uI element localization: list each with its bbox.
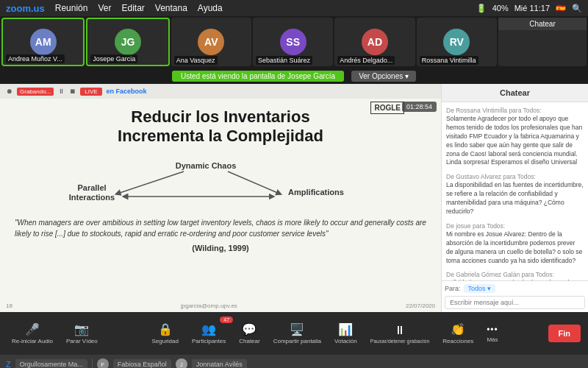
menu-ayuda[interactable]: Ayuda: [198, 3, 223, 13]
chat-button[interactable]: 💬 Chatear: [234, 319, 264, 347]
chat-panel: Chatear De Rossana Vintimilla para Todos…: [441, 84, 588, 312]
chat-input[interactable]: [445, 296, 585, 309]
menu-ver[interactable]: Ver: [98, 3, 111, 13]
menu-ventana[interactable]: Ventana: [155, 3, 187, 13]
slide-title-line1: Reducir los Inventarios: [131, 107, 309, 126]
diagram-svg: Dynamic Chaos Parallel Interactions Ampl…: [15, 158, 426, 210]
participants-icon: 👥: [201, 322, 216, 336]
chat-panel-header: Chatear: [442, 84, 588, 102]
avatar: AV: [198, 29, 224, 55]
stop-video-label: Parar Vídeo: [66, 338, 98, 344]
flag-icon: 🇪🇸: [556, 4, 566, 13]
search-icon: 🔍: [572, 4, 582, 13]
chat-label: Chatear: [239, 338, 259, 344]
ver-opciones-button[interactable]: Ver Opciones ▾: [351, 71, 416, 82]
presentation-area: ⏺ Grabando... ⏸ ⏹ LIVE en Facebook 01:28…: [0, 84, 441, 312]
menu-editar[interactable]: Editar: [121, 3, 144, 13]
chat-sender-4: De Gabriela Gómez Galán para Todos:: [446, 271, 584, 278]
bottom-toolbar: 🎤 Re-iniciar Audio 📷 Parar Vídeo 🔒 Segur…: [0, 312, 588, 355]
presentation-header: ⏺ Grabando... ⏸ ⏹ LIVE en Facebook: [0, 84, 441, 99]
slide-date: 22/07/2020: [406, 302, 435, 309]
taskbar-zoom-icon: Z: [6, 360, 11, 368]
security-icon: 🔒: [158, 322, 173, 336]
share-screen-button[interactable]: 🖥️ Compartir pantalla: [269, 319, 326, 347]
chat-thumb-header: Chatear: [498, 18, 587, 30]
slide-quote: "When managers are over ambitious in set…: [15, 217, 426, 239]
participant-thumb-1[interactable]: AM Andrea Muñoz V...: [1, 18, 85, 66]
slide-email: jpgarcia@omp.upv.es: [181, 302, 237, 309]
avatar: SS: [280, 29, 306, 55]
security-button[interactable]: 🔒 Seguridad: [147, 319, 182, 347]
rogle-logo: ROGLE: [370, 102, 404, 114]
participant-thumb-6[interactable]: RV Rossana Vintimilla: [417, 18, 497, 66]
restart-audio-label: Re-iniciar Audio: [12, 338, 53, 344]
video-icon: 📷: [74, 322, 89, 336]
participants-label: Participantes: [192, 338, 226, 344]
participant-thumb-3[interactable]: AV Ana Vasquez: [171, 18, 251, 66]
svg-text:Parallel: Parallel: [77, 183, 106, 192]
screen-share-notification: Usted está viendo la pantalla de Josepe …: [172, 71, 344, 82]
security-label: Seguridad: [151, 338, 178, 344]
participants-button[interactable]: 👥 Participantes: [187, 319, 230, 347]
taskbar-item-3[interactable]: Jonnatan Avilés: [192, 359, 247, 368]
pause-record-button[interactable]: ⏸ Pausar/detener grabación: [366, 321, 434, 347]
participant-thumb-5[interactable]: AD Andrés Delgado...: [334, 18, 415, 66]
avatar: AM: [30, 29, 57, 55]
toolbar-center: 🔒 Seguridad 👥 Participantes 💬 Chatear 🖥️…: [147, 319, 502, 347]
chat-preview: Chatear: [498, 18, 587, 66]
svg-text:Dynamic Chaos: Dynamic Chaos: [176, 161, 237, 170]
chat-to-selector[interactable]: Todos ▾: [464, 284, 496, 293]
taskbar-item-1[interactable]: Orgullosamente Ma...: [15, 359, 87, 368]
notification-bar: Usted está viendo la pantalla de Josepe …: [0, 68, 588, 84]
audio-icon: 🎤: [25, 322, 40, 336]
avatar: JG: [115, 29, 141, 55]
stop-video-button[interactable]: 📷 Parar Vídeo: [62, 319, 102, 347]
pause-record-icon: ⏸: [394, 324, 406, 337]
taskbar: Z Orgullosamente Ma... F Fabiosa Español…: [0, 355, 588, 368]
chat-sender-3: De josue para Todos:: [446, 222, 584, 230]
reactions-label: Reacciones: [442, 338, 473, 344]
participant-name-1: Andrea Muñoz V...: [6, 54, 65, 63]
end-call-button[interactable]: Fin: [548, 325, 581, 342]
diagram: Dynamic Chaos Parallel Interactions Ampl…: [15, 158, 426, 210]
chat-text-1: Solamente Agradecer por todo el apoyo qu…: [446, 115, 584, 167]
participant-thumb-2[interactable]: JG Josepe Garcia: [86, 18, 169, 66]
more-icon: •••: [487, 325, 498, 335]
participant-thumb-4[interactable]: SS Sebastián Suárez: [253, 18, 333, 66]
voting-label: Votación: [334, 338, 357, 344]
taskbar-item-2[interactable]: Fabiosa Español: [113, 359, 171, 368]
timer-display: 01:28:54: [402, 102, 437, 112]
more-label: Más: [487, 336, 498, 343]
record-icon: ⏺: [6, 88, 12, 95]
restart-audio-button[interactable]: 🎤 Re-iniciar Audio: [7, 319, 57, 347]
pause-record-label: Pausar/detener grabación: [370, 339, 430, 344]
slide-footer: 18 jpgarcia@omp.upv.es 22/07/2020: [0, 302, 441, 309]
toolbar-left: 🎤 Re-iniciar Audio 📷 Parar Vídeo: [7, 319, 102, 347]
participant-name-5: Andrés Delgado...: [337, 56, 395, 65]
chat-text-2: La disponibilidad en las fuentes de ince…: [446, 181, 584, 216]
battery-level: 40%: [492, 4, 509, 13]
chat-message-2: De Gustavo Alvarez para Todos: La dispon…: [446, 173, 584, 216]
more-button[interactable]: ••• Más: [482, 322, 503, 346]
live-badge: LIVE: [80, 88, 101, 96]
taskbar-avatar-1: F: [97, 358, 109, 368]
avatar: AD: [362, 29, 388, 55]
chat-sender-1: De Rossana Vintimilla para Todos:: [446, 107, 584, 114]
slide-citation: (Wilding, 1999): [15, 244, 426, 252]
stop-icon: ⏹: [69, 88, 76, 95]
toolbar-right: Fin: [548, 325, 581, 342]
chat-sender-2: De Gustavo Alvarez para Todos:: [446, 173, 584, 180]
share-screen-label: Compartir pantalla: [273, 338, 321, 344]
menu-reunion[interactable]: Reunión: [55, 3, 88, 13]
participant-name-6: Rossana Vintimilla: [420, 56, 478, 65]
voting-button[interactable]: 📊 Votación: [330, 319, 362, 347]
reactions-button[interactable]: 👏 Reacciones: [438, 319, 478, 347]
slide-title-line2: Incrementa la Complejidad: [118, 127, 323, 145]
participant-name-3: Ana Vasquez: [174, 56, 218, 65]
menubar-system-info: 🔋 40% Mié 11:17 🇪🇸 🔍: [476, 4, 582, 13]
chat-messages: De Rossana Vintimilla para Todos: Solame…: [442, 102, 588, 280]
reactions-icon: 👏: [451, 322, 465, 336]
taskbar-avatar-2: J: [176, 358, 187, 368]
svg-line-4: [118, 171, 184, 194]
menubar: zoom.us Reunión Ver Editar Ventana Ayuda…: [0, 0, 588, 16]
